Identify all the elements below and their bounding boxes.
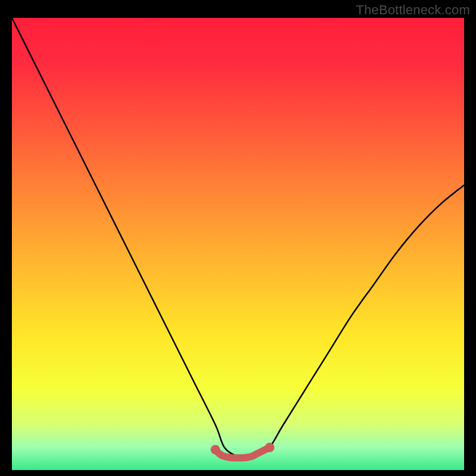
optimal-range-endpoint bbox=[265, 443, 274, 452]
gradient-background bbox=[12, 18, 464, 470]
plot-svg bbox=[12, 18, 464, 470]
bottleneck-plot bbox=[12, 18, 464, 470]
optimal-range-endpoint bbox=[211, 445, 220, 455]
chart-container: TheBottleneck.com bbox=[0, 0, 476, 476]
watermark-text: TheBottleneck.com bbox=[356, 2, 470, 18]
